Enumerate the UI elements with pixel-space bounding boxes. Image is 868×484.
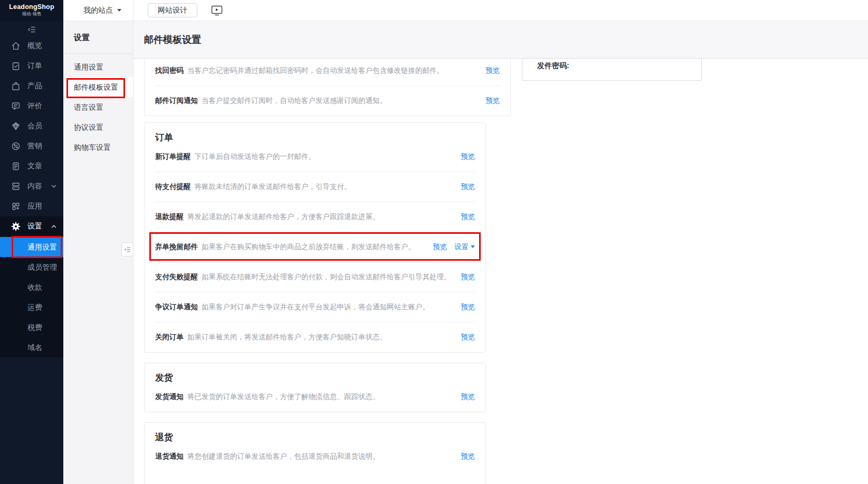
sidebar-item-products[interactable]: 产品 — [0, 76, 63, 96]
email-template-row-refund-reminder: 退款提醒将发起退款的订单发送邮件给客户，方便客户跟踪退款进展。预览 — [145, 202, 485, 232]
row-description: 当客户提交邮件订阅时，自动给客户发送感谢订阅的通知。 — [202, 96, 387, 106]
row-description: 如果订单被关闭，将发送邮件给客户，方便客户知晓订单状态。 — [187, 333, 387, 342]
email-template-row-dispute-order-notice: 争议订单通知如果客户对订单产生争议并在支付平台发起申诉，将会通知网站主账户。预览 — [145, 292, 485, 322]
sidebar-item-label: 产品 — [27, 81, 42, 91]
page-title: 邮件模板设置 — [144, 33, 201, 46]
sidebar-item-apps[interactable]: 应用 — [0, 196, 63, 216]
email-template-row-email-subscription-notice: 邮件订阅通知当客户提交邮件订阅时，自动给客户发送感谢订阅的通知。预览 — [145, 86, 510, 116]
indent-lines-icon — [123, 245, 132, 254]
row-actions: 预览 — [461, 152, 475, 162]
sidebar-item-label: 内容 — [27, 182, 42, 191]
card-account-emails: 找回密码当客户忘记密码并通过邮箱找回密码时，会自动发送给客户包含修改链接的邮件。… — [144, 59, 511, 116]
row-actions: 预览 — [461, 392, 475, 402]
email-template-row-password-recovery: 找回密码当客户忘记密码并通过邮箱找回密码时，会自动发送给客户包含修改链接的邮件。… — [145, 59, 510, 86]
row-actions: 预览 — [461, 333, 475, 342]
row-label: 新订单提醒 — [155, 152, 191, 162]
card-shipping: 发货发货通知将已发货的订单发送给客户，方便了解物流信息、跟踪状态。预览 — [144, 363, 486, 412]
preview-link[interactable]: 预览 — [461, 302, 475, 312]
card-title: 订单 — [145, 123, 485, 142]
sidebar-item-content[interactable]: 内容 — [0, 176, 63, 196]
sidebar-item-settings[interactable]: 设置 — [0, 216, 63, 236]
primary-nav: 概览订单产品评价会员营销文章内容应用设置 — [0, 36, 63, 236]
email-template-row-abandoned-cart-email: 弃单挽留邮件如果客户在购买购物车中的商品之前放弃结账，则发送邮件给客户。预览设置 — [145, 232, 485, 262]
sidebar-subitem-shipping-fee[interactable]: 运费 — [0, 297, 63, 317]
row-label: 邮件订阅通知 — [155, 96, 198, 106]
sidebar-subitem-tax[interactable]: 税费 — [0, 317, 63, 337]
panel-collapse-button[interactable] — [121, 242, 133, 257]
row-label: 关闭订单 — [155, 333, 184, 342]
apps-plus-icon — [11, 201, 21, 212]
diamond-icon — [11, 121, 21, 131]
sidebar-collapse-button[interactable] — [0, 23, 63, 36]
website-design-button[interactable]: 网站设计 — [148, 3, 197, 17]
email-template-row-close-order: 关闭订单如果订单被关闭，将发送邮件给客户，方便客户知晓订单状态。预览 — [145, 322, 485, 352]
preview-link[interactable]: 预览 — [485, 96, 500, 106]
sidebar-item-orders[interactable]: 订单 — [0, 56, 63, 76]
row-description: 如果系统在结账时无法处理客户的付款，则会自动发送邮件给客户引导其处理。 — [202, 272, 451, 282]
chevron-down-icon — [51, 183, 57, 189]
preview-link[interactable]: 预览 — [461, 182, 475, 192]
settings-dropdown-link[interactable]: 设置 — [454, 242, 475, 252]
logo[interactable]: LeadongShop 领动·领售 — [0, 0, 63, 21]
preview-link[interactable]: 预览 — [461, 212, 475, 222]
secondary-sidebar-title: 设置 — [63, 21, 133, 54]
row-label: 退款提醒 — [155, 212, 184, 222]
email-template-row-new-order-reminder: 新订单提醒下订单后自动发送给客户的一封邮件。预览 — [145, 142, 485, 172]
sidebar-subitem-domain[interactable]: 域名 — [0, 337, 63, 357]
settings-menu-item-general-settings[interactable]: 通用设置 — [63, 57, 133, 77]
preview-link[interactable]: 预览 — [485, 66, 500, 75]
card-returns: 退货退货通知将您创建退货的订单发送给客户，包括退货商品和退货说明。预览 — [144, 422, 486, 484]
row-label: 退货通知 — [155, 452, 184, 461]
sidebar-item-label: 概览 — [27, 41, 42, 51]
sidebar-subitem-general-settings[interactable]: 通用设置 — [0, 237, 63, 257]
row-label: 发货通知 — [155, 392, 184, 402]
card-title: 退货 — [145, 423, 485, 442]
card-title: 发货 — [145, 363, 485, 382]
bag-icon — [11, 81, 21, 91]
sender-password-label: 发件密码: — [537, 61, 569, 70]
chevron-up-icon — [51, 223, 57, 230]
preview-link[interactable]: 预览 — [461, 152, 475, 162]
comment-icon — [11, 101, 21, 111]
sidebar-item-overview[interactable]: 概览 — [0, 36, 63, 56]
row-description: 将已发货的订单发送给客户，方便了解物流信息、跟踪状态。 — [187, 392, 380, 402]
sidebar-subitem-member-management[interactable]: 成员管理 — [0, 257, 63, 277]
settings-menu-item-agreement-settings[interactable]: 协议设置 — [63, 117, 133, 137]
preview-link[interactable]: 预览 — [461, 392, 475, 402]
preview-link[interactable]: 预览 — [461, 333, 475, 342]
row-description: 如果客户在购买购物车中的商品之前放弃结账，则发送邮件给客户。 — [202, 242, 415, 252]
settings-menu-item-language-settings[interactable]: 语言设置 — [63, 97, 133, 117]
sidebar-item-marketing[interactable]: 营销 — [0, 136, 63, 156]
sidebar-item-articles[interactable]: 文章 — [0, 156, 63, 176]
card-orders: 订单新订单提醒下订单后自动发送给客户的一封邮件。预览待支付提醒将账款未结清的订单… — [144, 122, 486, 353]
row-label: 争议订单通知 — [155, 302, 198, 312]
settings-menu-item-cart-settings[interactable]: 购物车设置 — [63, 137, 133, 157]
topbar: 我的站点 网站设计 — [63, 0, 868, 21]
site-switcher-label: 我的站点 — [83, 6, 113, 15]
sidebar-subitem-payment-collection[interactable]: 收款 — [0, 277, 63, 297]
preview-link[interactable]: 预览 — [433, 242, 447, 252]
sidebar-item-label: 设置 — [27, 222, 42, 231]
sidebar-item-label: 订单 — [27, 61, 42, 71]
gear-icon — [11, 221, 21, 232]
row-actions: 预览 — [485, 66, 500, 75]
settings-menu-item-email-template-settings[interactable]: 邮件模板设置 — [63, 77, 133, 97]
sidebar-item-reviews[interactable]: 评价 — [0, 96, 63, 116]
video-tutorial-icon[interactable] — [211, 5, 223, 16]
row-label: 支付失败提醒 — [155, 272, 198, 282]
email-template-row-payment-failure-reminder: 支付失败提醒如果系统在结账时无法处理客户的付款，则会自动发送邮件给客户引导其处理… — [145, 262, 485, 292]
preview-link[interactable]: 预览 — [461, 272, 475, 282]
sidebar-item-label: 评价 — [27, 101, 42, 111]
row-actions: 预览 — [461, 182, 475, 192]
preview-link[interactable]: 预览 — [461, 452, 475, 461]
logo-title: LeadongShop — [0, 3, 63, 11]
secondary-sidebar-items: 通用设置邮件模板设置语言设置协议设置购物车设置 — [63, 54, 133, 157]
home-icon — [11, 41, 21, 51]
row-description: 下订单后自动发送给客户的一封邮件。 — [195, 152, 316, 162]
row-label: 待支付提醒 — [155, 182, 191, 192]
sidebar-item-label: 应用 — [27, 202, 42, 211]
site-switcher[interactable]: 我的站点 — [63, 0, 133, 21]
sidebar-item-members[interactable]: 会员 — [0, 116, 63, 136]
email-template-content: 找回密码当客户忘记密码并通过邮箱找回密码时，会自动发送给客户包含修改链接的邮件。… — [133, 59, 868, 484]
row-actions: 预览 — [461, 302, 475, 312]
